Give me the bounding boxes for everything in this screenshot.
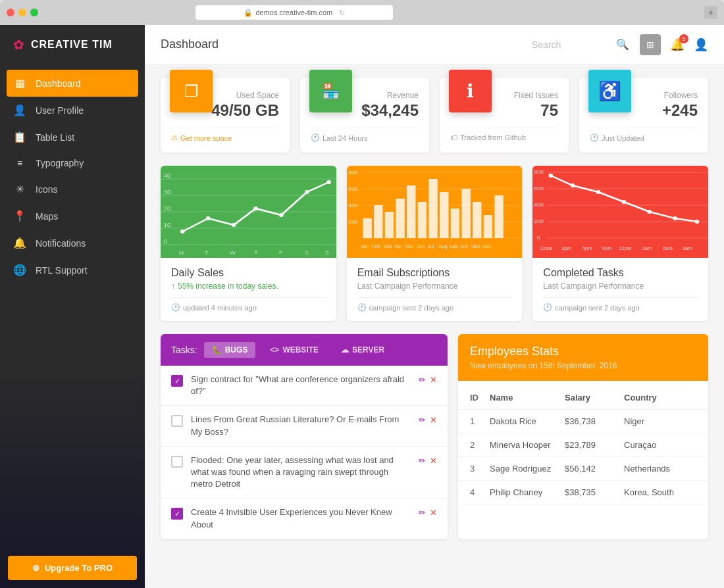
svg-text:Nov: Nov (471, 243, 480, 249)
task-edit-2[interactable]: ✏ (419, 415, 426, 425)
svg-text:200: 200 (348, 218, 358, 224)
server-icon: ☁ (341, 345, 349, 355)
clock-icon-revenue: 🕐 (311, 134, 320, 142)
browser-close-dot[interactable] (7, 9, 14, 16)
task-actions-4: ✏ ✕ (419, 508, 437, 518)
task-checkbox-4[interactable]: ✓ (171, 508, 183, 520)
task-delete-3[interactable]: ✕ (430, 456, 437, 466)
task-text-3: Flooded: One year later, assessing what … (191, 454, 411, 491)
followers-footer: 🕐 Just Updated (590, 128, 698, 142)
col-salary-header: Salary (565, 393, 624, 403)
col-country-header: Country (624, 393, 696, 403)
dashboard-icon: ▦ (13, 77, 26, 89)
tasks-tab-website[interactable]: <> WEBSITE (262, 342, 326, 358)
task-delete-4[interactable]: ✕ (430, 508, 437, 518)
completed-tasks-title: Completed Tasks (543, 267, 698, 279)
svg-text:Apr: Apr (394, 243, 403, 249)
user-menu-button[interactable]: 👤 (694, 37, 708, 52)
emp-4-name: Philip Chaney (490, 487, 565, 497)
task-checkbox-3[interactable] (171, 456, 183, 468)
browser-maximize-dot[interactable] (30, 9, 38, 16)
svg-point-70 (596, 190, 601, 194)
daily-sales-title: Daily Sales (171, 267, 326, 279)
svg-text:30: 30 (163, 188, 170, 195)
clock-icon-tasks: 🕐 (543, 303, 552, 312)
stat-card-fixed-issues: ℹ Fixed Issues 75 🏷 Tracked from Github (440, 78, 569, 153)
sidebar-item-dashboard[interactable]: ▦ Dashboard (7, 70, 138, 97)
svg-text:Aug: Aug (438, 243, 448, 249)
svg-point-15 (305, 190, 309, 194)
email-subscriptions-svg: 800 600 400 200 (347, 166, 523, 258)
task-delete-1[interactable]: ✕ (430, 375, 437, 385)
employees-table: ID Name Salary Country 1 Dakota Rice $36… (458, 381, 708, 510)
revenue-icon: 🏪 (322, 83, 340, 100)
daily-sales-info: Daily Sales ↑ 55% increase in today sale… (161, 258, 336, 321)
emp-row-1: 1 Dakota Rice $36,738 Niger (458, 410, 708, 433)
notifications-button[interactable]: 🔔 5 (670, 37, 685, 52)
svg-text:600: 600 (534, 185, 544, 191)
sidebar-item-rtl-support[interactable]: 🌐 RTL Support (0, 257, 145, 283)
grid-view-button[interactable]: ⊞ (640, 34, 661, 55)
bugs-label: BUGS (225, 345, 248, 355)
sidebar-item-notifications[interactable]: 🔔 Notifications (0, 230, 145, 257)
sidebar-item-dashboard-label: Dashboard (36, 78, 81, 89)
svg-text:Jun: Jun (416, 243, 425, 249)
emp-4-id: 4 (470, 487, 490, 497)
svg-text:Oct: Oct (460, 243, 468, 249)
task-edit-4[interactable]: ✏ (419, 508, 426, 518)
sidebar-item-typography[interactable]: ≡ Typography (0, 151, 145, 176)
grid-icon: ⊞ (646, 39, 654, 50)
sidebar-nav: ▦ Dashboard 👤 User Profile 📋 Table List … (0, 64, 145, 548)
svg-rect-36 (396, 199, 404, 238)
fixed-issues-footer-text: Tracked from Github (460, 134, 526, 141)
browser-minimize-dot[interactable] (18, 9, 26, 16)
svg-rect-39 (428, 179, 437, 238)
svg-text:40: 40 (163, 172, 170, 178)
address-bar[interactable]: 🔒 demos.creative-tim.com ↻ (195, 5, 393, 20)
svg-text:3am: 3am (642, 245, 652, 251)
svg-text:9pm: 9pm (602, 245, 612, 251)
task-edit-1[interactable]: ✏ (419, 375, 426, 385)
email-footer-text: campaign sent 2 days ago (369, 304, 453, 312)
svg-text:200: 200 (534, 218, 544, 224)
svg-text:10: 10 (163, 221, 170, 228)
svg-point-13 (253, 207, 258, 210)
search-input[interactable] (532, 39, 611, 50)
svg-rect-45 (494, 195, 503, 238)
task-checkbox-2[interactable] (171, 415, 183, 427)
email-subscriptions-subtitle: Last Campaign Performance (357, 282, 512, 291)
sidebar-item-icons[interactable]: ✳ Icons (0, 176, 145, 203)
new-tab-button[interactable]: + (704, 6, 717, 19)
rtl-support-icon: 🌐 (13, 264, 26, 276)
svg-point-11 (206, 216, 211, 220)
revenue-footer-text: Last 24 Hours (323, 134, 367, 142)
svg-rect-38 (417, 202, 426, 238)
employees-card: Employees Stats New employees on 15th Se… (458, 334, 708, 539)
svg-text:400: 400 (348, 202, 358, 208)
task-actions-2: ✏ ✕ (419, 415, 437, 425)
task-delete-2[interactable]: ✕ (430, 415, 437, 425)
server-label: SERVER (352, 345, 384, 355)
header: Dashboard 🔍 ⊞ 🔔 5 👤 (145, 25, 724, 64)
emp-1-id: 1 (470, 416, 490, 426)
completed-tasks-chart-visual: 800 600 400 200 0 (532, 166, 708, 258)
used-space-footer-text[interactable]: Get more space (180, 134, 232, 142)
tasks-tab-bugs[interactable]: 🐛 BUGS (204, 342, 256, 358)
sidebar-item-maps[interactable]: 📍 Maps (0, 203, 145, 230)
clock-icon-sales: 🕐 (171, 303, 180, 312)
svg-text:9am: 9am (683, 245, 692, 251)
daily-sales-svg: 40 30 20 10 0 (161, 166, 336, 258)
tasks-tab-server[interactable]: ☁ SERVER (333, 342, 392, 358)
sidebar-item-user-profile[interactable]: 👤 User Profile (0, 97, 145, 124)
charts-row: 40 30 20 10 0 (161, 166, 708, 321)
sidebar-item-table-list[interactable]: 📋 Table List (0, 124, 145, 151)
task-edit-3[interactable]: ✏ (419, 456, 426, 466)
upgrade-button[interactable]: ⊕ Upgrade To PRO (8, 556, 137, 580)
search-icon[interactable]: 🔍 (616, 38, 629, 51)
task-checkbox-1[interactable]: ✓ (171, 375, 183, 387)
svg-text:Feb: Feb (371, 243, 380, 249)
dashboard-content: ❐ Used Space 49/50 GB ⚠ Get more space (145, 64, 724, 588)
emp-row-3: 3 Sage Rodriguez $56,142 Netherlands (458, 457, 708, 481)
stat-card-used-space: ❐ Used Space 49/50 GB ⚠ Get more space (161, 78, 290, 153)
svg-rect-42 (461, 189, 470, 238)
